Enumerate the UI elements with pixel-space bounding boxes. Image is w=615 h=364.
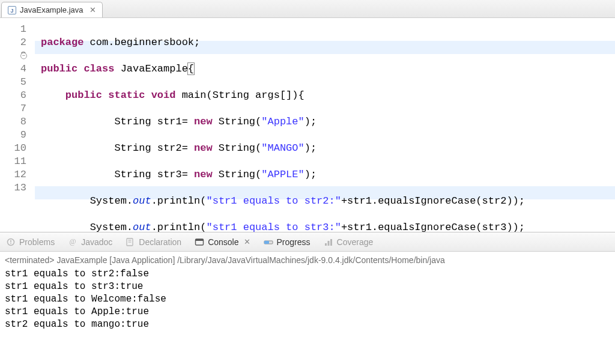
code-area[interactable]: package com.beginnersbook; public class … <box>35 18 615 232</box>
console-view[interactable]: <terminated> JavaExample [Java Applicati… <box>0 252 615 336</box>
svg-rect-3 <box>10 240 11 242</box>
code-editor[interactable]: 1 2 3− 4 5 6 7 8 9 10 11 12 13 package c… <box>0 18 615 232</box>
console-launch-info: <terminated> JavaExample [Java Applicati… <box>5 254 610 267</box>
coverage-icon <box>324 237 333 247</box>
line-number: 13 <box>0 181 26 195</box>
bottom-panel: Problems @ Javadoc Declaration Console ✕… <box>0 232 615 336</box>
progress-icon <box>264 237 273 247</box>
svg-rect-12 <box>325 243 327 246</box>
tab-declaration[interactable]: Declaration <box>126 237 181 247</box>
line-number: 8 <box>0 115 26 129</box>
line-number: 3− <box>0 49 26 62</box>
tab-label: Problems <box>19 237 55 247</box>
close-icon[interactable]: ✕ <box>244 237 250 246</box>
view-tabbar: Problems @ Javadoc Declaration Console ✕… <box>0 232 615 252</box>
line-number: 6 <box>0 89 26 102</box>
line-number-gutter: 1 2 3− 4 5 6 7 8 9 10 11 12 13 <box>0 18 35 232</box>
svg-rect-4 <box>10 243 11 244</box>
svg-rect-14 <box>330 239 332 246</box>
java-file-icon: J <box>8 6 16 14</box>
line-number: 12 <box>0 168 26 181</box>
console-output-line: str1 equals to str3:true <box>5 281 610 293</box>
declaration-icon <box>126 237 135 247</box>
svg-text:J: J <box>10 7 13 13</box>
tab-coverage[interactable]: Coverage <box>324 237 374 247</box>
tab-progress[interactable]: Progress <box>264 237 311 247</box>
console-output-line: str1 equals to str2:false <box>5 268 610 281</box>
tab-console[interactable]: Console ✕ <box>195 237 250 247</box>
editor-tab-label: JavaExample.java <box>20 5 83 14</box>
tab-label: Declaration <box>139 237 181 247</box>
console-output-line: str2 equals to mango:true <box>5 318 610 331</box>
tab-problems[interactable]: Problems <box>6 237 55 247</box>
line-number: 5 <box>0 76 26 89</box>
line-number: 1 <box>0 23 26 36</box>
tab-javadoc[interactable]: @ Javadoc <box>68 237 112 247</box>
line-number: 2 <box>0 36 26 49</box>
problems-icon <box>6 237 16 247</box>
svg-rect-9 <box>196 239 204 241</box>
console-icon <box>195 237 204 247</box>
editor-tabbar: J JavaExample.java ✕ <box>0 0 615 18</box>
tab-label: Coverage <box>337 237 374 247</box>
svg-rect-11 <box>264 241 269 244</box>
line-number: 11 <box>0 155 26 168</box>
editor-tab-javaexample[interactable]: J JavaExample.java ✕ <box>1 2 103 17</box>
tab-label: Javadoc <box>81 237 112 247</box>
tab-label: Progress <box>277 237 311 247</box>
svg-rect-13 <box>327 241 329 246</box>
line-number: 4 <box>0 62 26 76</box>
console-output-line: str1 equals to Welcome:false <box>5 293 610 306</box>
close-icon[interactable]: ✕ <box>89 5 96 14</box>
fold-toggle-icon[interactable]: − <box>20 53 27 59</box>
console-output-line: str1 equals to Apple:true <box>5 306 610 318</box>
line-number: 9 <box>0 129 26 142</box>
javadoc-icon: @ <box>68 237 77 247</box>
line-number: 10 <box>0 142 26 155</box>
line-number: 7 <box>0 102 26 115</box>
tab-label: Console <box>208 237 238 247</box>
